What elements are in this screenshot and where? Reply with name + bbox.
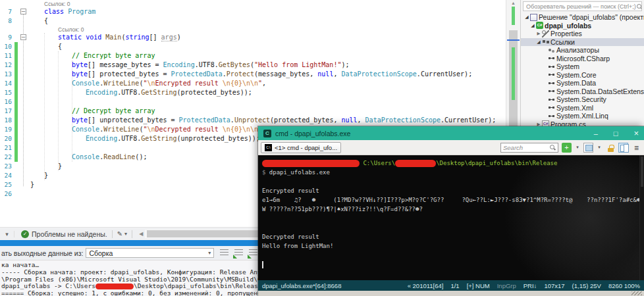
tree-item[interactable]: ◢Ссылки — [521, 38, 644, 47]
asm-icon — [548, 104, 555, 111]
status-right-segments: « 201011[64]1/1[+] NUMInpGrpPRI↓107x17(1… — [400, 282, 640, 289]
lock-icon[interactable] — [605, 143, 615, 153]
conemu-titlebar[interactable]: C cmd - dpapi_ufolabs.exe – □ × — [258, 126, 644, 140]
menu-button[interactable]: ≡ — [631, 143, 641, 153]
solution-explorer-search-input[interactable]: Обозреватель решений — поиск (Ctrl+;) — [523, 1, 642, 11]
status-segment: [+] NUM — [467, 282, 490, 289]
scroll-up-arrow-icon[interactable]: ▲ — [506, 1, 520, 5]
asm-icon — [548, 112, 555, 120]
tree-item[interactable]: System.Core — [521, 71, 644, 80]
console-line: C:\Users\\Desktop\dpapi_ufolabs\bin\Rele… — [262, 159, 644, 168]
window-mode-button[interactable] — [583, 143, 593, 153]
tree-item[interactable]: Microsoft.CSharp — [521, 55, 644, 63]
code-line: 10{ — [0, 42, 506, 51]
tree-item[interactable]: ◢C#dpapi_ufolabs — [521, 22, 644, 30]
tree-item-label: System.Data.DataSetExtensions — [556, 87, 644, 95]
conemu-search-input[interactable]: Search — [500, 143, 558, 153]
find-message-icon[interactable] — [220, 249, 228, 257]
tree-item-label: System.Data — [556, 79, 596, 87]
console-cursor — [262, 261, 263, 268]
tree-item[interactable]: System.Data — [521, 79, 644, 87]
asm-icon — [548, 87, 555, 95]
conemu-window: C cmd - dpapi_ufolabs.exe – □ × C:\ <1> … — [258, 126, 644, 296]
output-source-value: Сборка — [89, 249, 113, 257]
tree-item[interactable]: System.Xml — [521, 104, 644, 112]
refs-icon — [542, 38, 549, 45]
console-scrollbar[interactable] — [639, 155, 644, 280]
tree-item-label: Анализаторы — [556, 46, 599, 54]
code-line: 18byte[] unprotected_bytes = ProtectedDa… — [0, 116, 506, 125]
tree-item[interactable]: System — [521, 62, 644, 71]
maximize-button[interactable]: □ — [614, 130, 618, 137]
expanded-arrow-icon[interactable]: ◢ — [523, 14, 530, 20]
status-segment: 1/1 — [450, 282, 459, 289]
new-console-button[interactable]: + — [562, 143, 572, 153]
tree-item-label: dpapi_ufolabs — [545, 22, 591, 30]
chevron-down-icon[interactable]: ▾ — [124, 231, 127, 237]
cmd-icon: C:\ — [265, 144, 272, 151]
problems-status-label: Проблемы не найдены. — [32, 230, 107, 238]
change-mark — [512, 7, 515, 25]
search-icon — [636, 3, 642, 10]
console-line: $ dpapi_ufolabs.exe — [262, 168, 644, 177]
conemu-bottom-frame — [258, 291, 644, 296]
scroll-left-arrow-icon[interactable]: ◀ — [139, 231, 143, 237]
tree-item-label: System.Security — [556, 95, 606, 103]
status-segment: 107x17 — [544, 282, 564, 289]
chevron-down-icon[interactable]: ▾ — [575, 145, 580, 150]
tree-item[interactable]: Анализаторы — [521, 46, 644, 55]
solution-icon — [530, 14, 537, 21]
code-line: 15Encoding.UTF8.GetString(protected_byte… — [0, 88, 506, 97]
tree-item[interactable]: ▶Properties — [521, 30, 644, 38]
code-line: 11// Encrypt byte array — [0, 51, 506, 61]
status-segment: 8260 100% — [608, 282, 640, 289]
asm-icon — [548, 96, 555, 103]
status-segment: InpGrp — [497, 282, 516, 289]
goto-next-message-icon[interactable] — [249, 249, 257, 257]
resize-grip[interactable] — [631, 291, 642, 295]
codelens-row: Ссылок: 0 — [0, 26, 506, 33]
change-mark — [512, 47, 515, 100]
output-source-label: ать выходные данные из: — [1, 249, 83, 257]
collapsed-arrow-icon[interactable]: ▶ — [535, 31, 542, 36]
console-line: e1→6m ♫? ☻ (1?MD?w??VH↓??]I???p>M?♀?C'?G… — [262, 195, 644, 205]
tree-item-label: Ссылки — [550, 38, 575, 46]
console-line: Encrypted result — [262, 186, 644, 195]
tree-item-label: Microsoft.CSharp — [556, 55, 610, 62]
tree-item[interactable]: System.Xml.Linq — [521, 112, 644, 120]
tree-item[interactable]: System.Data.DataSetExtensions — [521, 87, 644, 96]
tree-item-label: System.Xml — [556, 104, 593, 112]
output-source-combobox[interactable]: Сборка ▾ — [86, 248, 214, 258]
chevron-down-icon: ▾ — [208, 250, 211, 256]
console-tab[interactable]: C:\ <1> cmd - dpapi_ufo... — [261, 142, 341, 153]
asm-icon — [548, 80, 555, 87]
solution-tree: ◢Решение "dpapi_ufolabs" (проекты: 1 из … — [521, 13, 644, 128]
asm-icon — [548, 63, 555, 70]
pen-icon[interactable]: ✎ — [117, 230, 122, 237]
tree-item[interactable]: ◢Решение "dpapi_ufolabs" (проекты: 1 из … — [521, 13, 644, 22]
divider — [132, 230, 132, 238]
console-output[interactable]: C:\Users\\Desktop\dpapi_ufolabs\bin\Rele… — [258, 155, 644, 280]
expanded-arrow-icon[interactable]: ◢ — [529, 23, 536, 28]
expanded-arrow-icon[interactable]: ◢ — [535, 39, 542, 45]
search-placeholder: Обозреватель решений — поиск (Ctrl+;) — [526, 3, 636, 10]
split-dropdown-icon[interactable]: ▾ — [0, 231, 14, 237]
goto-previous-message-icon[interactable] — [234, 249, 243, 257]
code-line: 17// Decrypt byte array — [0, 107, 506, 116]
tree-item-label: Решение "dpapi_ufolabs" (проекты: 1 из 1… — [539, 13, 644, 21]
chevron-down-icon[interactable]: ▾ — [597, 145, 602, 150]
status-process-label: dpapi_ufolabs.exe*[64]:8668 — [262, 282, 341, 289]
split-panes-button[interactable] — [618, 143, 628, 153]
console-line — [262, 177, 644, 186]
console-tab-label: <1> cmd - dpapi_ufo... — [275, 144, 337, 151]
close-button[interactable]: × — [633, 128, 639, 138]
code-line: 8{ — [0, 16, 506, 26]
minimize-button[interactable]: – — [594, 130, 598, 137]
asm-icon — [548, 71, 555, 78]
wrench-icon — [542, 30, 549, 37]
divider — [112, 230, 113, 238]
tree-item[interactable]: System.Security — [521, 95, 644, 104]
tree-item-label: System — [556, 62, 579, 70]
console-scrollbar-thumb[interactable] — [641, 157, 643, 187]
conemu-statusbar: dpapi_ufolabs.exe*[64]:8668 « 201011[64]… — [258, 280, 644, 291]
